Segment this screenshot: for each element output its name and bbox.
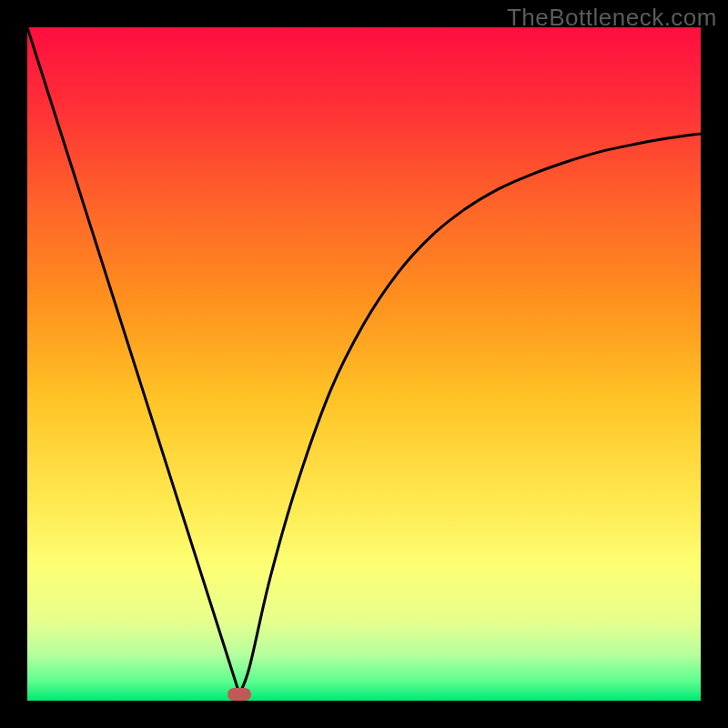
watermark-text: TheBottleneck.com <box>507 4 717 32</box>
curve-layer <box>27 27 701 701</box>
bottleneck-curve <box>27 27 701 694</box>
plot-area <box>27 27 701 701</box>
chart-frame: TheBottleneck.com <box>0 0 728 728</box>
minimum-marker <box>228 688 251 701</box>
